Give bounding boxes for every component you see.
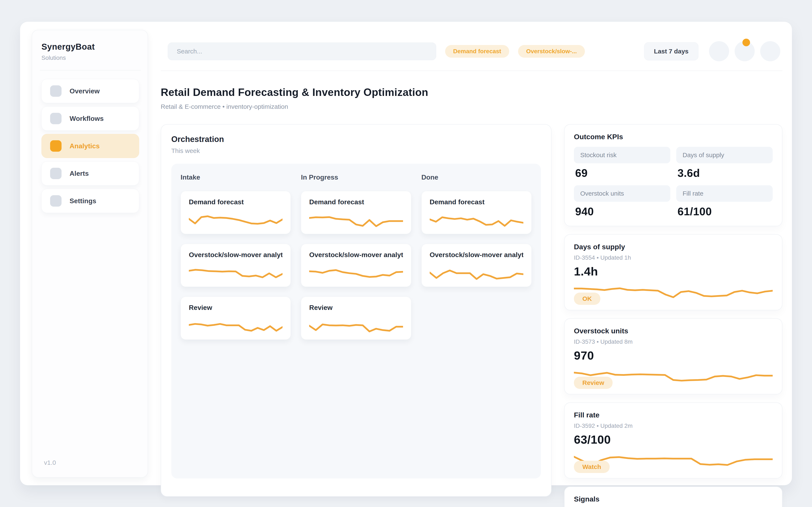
- orchestration-panel: Orchestration This week Intake Demand fo…: [161, 124, 552, 497]
- status-badge: Review: [574, 377, 613, 389]
- notifications-icon-button[interactable]: [734, 41, 755, 61]
- kanban-column-in-progress: In Progress Demand forecast Overstock/sl…: [301, 173, 411, 469]
- card-title: Review: [309, 303, 403, 312]
- sparkline: [574, 279, 773, 303]
- sidebar-item-workflows[interactable]: Workflows: [42, 107, 139, 130]
- orchestration-subtitle: This week: [171, 147, 541, 155]
- page-header: Retail Demand Forecasting & Inventory Op…: [161, 71, 782, 110]
- status-badge: OK: [574, 293, 600, 305]
- sparkline: [430, 263, 523, 282]
- metric-title: Overstock units: [574, 327, 773, 335]
- metric-chart-zone: Review: [574, 363, 773, 387]
- column-header: Intake: [181, 173, 291, 181]
- sidebar-item-label: Overview: [69, 87, 100, 95]
- sidebar-item-label: Settings: [69, 197, 96, 205]
- metric-value: 63/100: [574, 433, 773, 446]
- column-header: In Progress: [301, 173, 411, 181]
- card-title: Review: [189, 303, 283, 312]
- card-title: Demand forecast: [430, 198, 523, 206]
- settings-icon: [50, 195, 61, 207]
- kpi-value: 61/100: [677, 205, 773, 218]
- kanban-card[interactable]: Review: [301, 297, 411, 340]
- main-area: Demand forecast Overstock/slow-... Last …: [161, 30, 782, 481]
- sidebar-item-settings[interactable]: Settings: [42, 189, 139, 213]
- page-subtitle: Retail & E-commerce • inventory-optimiza…: [161, 103, 782, 110]
- filter-chip-overstock[interactable]: Overstock/slow-...: [518, 45, 585, 58]
- metric-card-fill-rate: Fill rate ID-3592 • Updated 2m 63/100 Wa…: [564, 402, 782, 478]
- metric-value: 970: [574, 349, 773, 362]
- kanban-card[interactable]: Overstock/slow-mover analytics with: [421, 244, 531, 287]
- app-canvas: SynergyBoat Solutions Overview Workflows…: [20, 22, 792, 485]
- sidebar-item-alerts[interactable]: Alerts: [42, 161, 139, 185]
- outcome-kpis-title: Outcome KPIs: [574, 133, 773, 141]
- metric-meta: ID-3592 • Updated 2m: [574, 422, 773, 429]
- outcome-kpis-card: Outcome KPIs Stockout risk 69 Days of su…: [564, 124, 782, 226]
- card-title: Overstock/slow-mover analytics with: [430, 251, 523, 259]
- settings-icon-button[interactable]: [760, 41, 780, 61]
- sidebar-item-label: Analytics: [69, 142, 100, 150]
- filter-chip-demand-forecast[interactable]: Demand forecast: [445, 45, 509, 58]
- user-icon-button[interactable]: [709, 41, 729, 61]
- kpi-tile-fill-rate: Fill rate 61/100: [676, 185, 773, 219]
- metric-title: Days of supply: [574, 243, 773, 251]
- content-row: Orchestration This week Intake Demand fo…: [161, 124, 782, 507]
- metric-card-overstock-units: Overstock units ID-3573 • Updated 8m 970…: [564, 318, 782, 394]
- page-title: Retail Demand Forecasting & Inventory Op…: [161, 86, 782, 99]
- kanban-card[interactable]: Demand forecast: [181, 191, 291, 234]
- kanban-card[interactable]: Demand forecast: [301, 191, 411, 234]
- sparkline: [189, 210, 283, 229]
- sidebar-divider: [40, 70, 141, 70]
- sparkline: [189, 263, 283, 282]
- metric-card-days-of-supply: Days of supply ID-3554 • Updated 1h 1.4h…: [564, 234, 782, 310]
- metric-meta: ID-3554 • Updated 1h: [574, 255, 773, 261]
- sidebar-item-label: Workflows: [69, 115, 104, 122]
- notification-dot: [743, 39, 750, 46]
- kpi-label: Days of supply: [676, 147, 773, 163]
- kanban-card[interactable]: Review: [181, 297, 291, 340]
- metric-card-signals: Signals ID-3611 • Updated 4h 73 Stable: [564, 487, 782, 507]
- sparkline: [189, 316, 283, 334]
- kpi-label: Overstock units: [574, 185, 670, 202]
- sidebar: SynergyBoat Solutions Overview Workflows…: [32, 30, 148, 477]
- kpi-sidebar: Outcome KPIs Stockout risk 69 Days of su…: [564, 124, 782, 507]
- date-range-button[interactable]: Last 7 days: [644, 42, 699, 60]
- overview-icon: [50, 86, 61, 97]
- topbar: Demand forecast Overstock/slow-... Last …: [161, 30, 782, 61]
- metric-value: 1.4h: [574, 265, 773, 278]
- workflows-icon: [50, 113, 61, 124]
- kpi-grid: Stockout risk 69 Days of supply 3.6d Ove…: [574, 147, 773, 219]
- card-title: Demand forecast: [189, 198, 283, 206]
- brand-subtitle: Solutions: [42, 55, 139, 61]
- sparkline: [430, 210, 523, 229]
- card-title: Demand forecast: [309, 198, 403, 206]
- kanban-card[interactable]: Overstock/slow-mover analytics with: [181, 244, 291, 287]
- sidebar-item-label: Alerts: [69, 170, 89, 177]
- kanban-board: Intake Demand forecast Overstock/slow-mo…: [171, 164, 541, 478]
- app-version: v1.0: [44, 459, 56, 466]
- metric-chart-zone: OK: [574, 279, 773, 303]
- sidebar-item-overview[interactable]: Overview: [42, 79, 139, 103]
- analytics-icon: [50, 140, 61, 152]
- status-badge: Watch: [574, 461, 610, 473]
- kpi-tile-overstock-units: Overstock units 940: [574, 185, 670, 219]
- sidebar-item-analytics[interactable]: Analytics: [42, 134, 139, 158]
- column-header: Done: [421, 173, 531, 181]
- metric-title: Signals: [574, 495, 773, 503]
- brand-name: SynergyBoat: [42, 42, 139, 52]
- kpi-label: Stockout risk: [574, 147, 670, 163]
- sparkline: [309, 210, 403, 229]
- kanban-card[interactable]: Demand forecast: [421, 191, 531, 234]
- search-input[interactable]: [168, 43, 436, 60]
- kanban-card[interactable]: Overstock/slow-mover analytics with: [301, 244, 411, 287]
- kpi-tile-days-of-supply: Days of supply 3.6d: [676, 147, 773, 180]
- sparkline: [309, 263, 403, 282]
- alerts-icon: [50, 168, 61, 179]
- kanban-column-intake: Intake Demand forecast Overstock/slow-mo…: [181, 173, 291, 469]
- orchestration-title: Orchestration: [171, 135, 541, 144]
- metric-chart-zone: Watch: [574, 447, 773, 471]
- metric-title: Fill rate: [574, 411, 773, 419]
- kanban-column-done: Done Demand forecast Overstock/slow-move…: [421, 173, 531, 469]
- kpi-value: 3.6d: [677, 167, 773, 179]
- topbar-actions: [709, 41, 780, 61]
- kpi-label: Fill rate: [676, 185, 773, 202]
